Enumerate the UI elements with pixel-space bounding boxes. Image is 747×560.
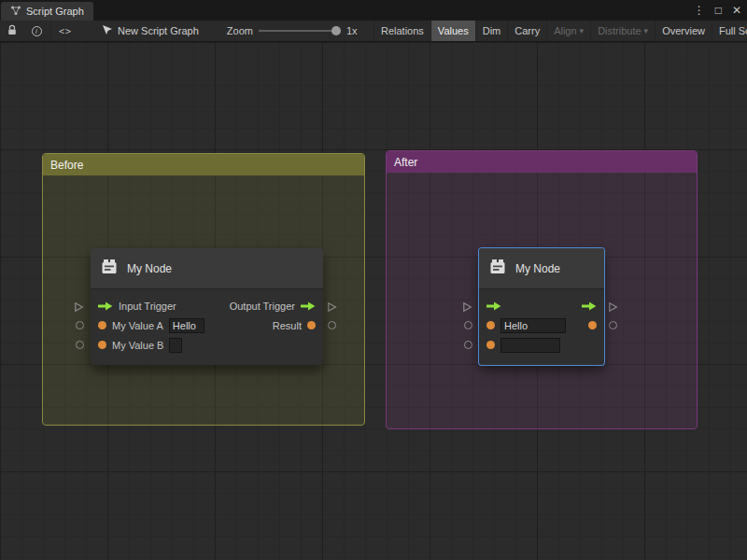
zoom-value: 1x xyxy=(346,25,358,36)
lock-button[interactable] xyxy=(0,21,24,41)
value-output-port-icon[interactable] xyxy=(588,321,597,329)
value-input-port-icon[interactable] xyxy=(98,321,106,329)
dim-button[interactable]: Dim xyxy=(475,21,508,41)
distribute-dropdown[interactable]: Distribute ▾ xyxy=(590,21,655,41)
node-row xyxy=(479,296,604,315)
relations-button[interactable]: Relations xyxy=(374,21,430,41)
align-label: Align xyxy=(554,25,576,36)
node-row: My Value A Result xyxy=(91,315,323,335)
tab-title: Script Graph xyxy=(26,6,84,17)
value-b-outer-port[interactable] xyxy=(464,341,472,349)
overview-button[interactable]: Overview xyxy=(655,21,712,41)
values-button[interactable]: Values xyxy=(430,21,475,41)
zoom-slider[interactable] xyxy=(259,21,341,41)
menu-icon[interactable]: ⋮ xyxy=(694,4,705,17)
value-input-port-icon[interactable] xyxy=(486,341,495,349)
group-after-header[interactable]: After xyxy=(387,151,697,173)
node-row: Input Trigger Output Trigger xyxy=(91,296,323,315)
port-label: My Value B xyxy=(112,340,163,351)
new-script-graph-label: New Script Graph xyxy=(118,25,199,36)
graph-canvas[interactable]: Before After xyxy=(0,42,747,560)
unit-icon xyxy=(488,258,507,280)
trigger-input-port-icon[interactable] xyxy=(486,301,501,311)
port-label: My Value A xyxy=(112,320,163,331)
node-title: My Node xyxy=(127,262,172,275)
value-b-field[interactable] xyxy=(500,338,560,353)
zoom-control: Zoom 1x xyxy=(227,21,358,41)
chevron-down-icon: ▾ xyxy=(644,26,649,35)
trigger-output-port-icon[interactable] xyxy=(582,301,597,311)
group-title: After xyxy=(394,156,417,169)
value-input-port-icon[interactable] xyxy=(98,341,106,349)
script-graph-icon xyxy=(10,5,21,18)
node-title: My Node xyxy=(515,262,560,275)
lock-icon xyxy=(7,24,18,38)
result-outer-port[interactable] xyxy=(328,321,336,329)
zoom-slider-knob[interactable] xyxy=(331,26,341,35)
tab-script-graph[interactable]: Script Graph xyxy=(1,2,93,21)
unit-icon xyxy=(100,258,119,280)
value-a-outer-port[interactable] xyxy=(464,321,472,329)
zoom-slider-track[interactable] xyxy=(259,30,341,32)
graph-toolbar: <> New Script Graph Zoom 1x Relations Va… xyxy=(0,21,747,42)
node-row: My Value B xyxy=(91,335,323,355)
node-header[interactable]: My Node xyxy=(479,248,604,289)
node-header[interactable]: My Node xyxy=(91,248,323,289)
window-controls: ⋮ □ ✕ xyxy=(694,0,741,21)
result-outer-port[interactable] xyxy=(609,321,617,329)
input-trigger-outer-port[interactable] xyxy=(462,300,472,316)
toolbar-toggle-group: Relations Values Dim Carry Align ▾ Distr… xyxy=(374,21,747,41)
cursor-icon xyxy=(102,24,112,37)
distribute-label: Distribute xyxy=(598,25,641,36)
input-trigger-outer-port[interactable] xyxy=(74,300,84,316)
group-before-header[interactable]: Before xyxy=(43,154,364,175)
output-trigger-outer-port[interactable] xyxy=(608,300,618,316)
node-body xyxy=(479,289,604,365)
code-icon: <> xyxy=(59,26,72,36)
value-a-field[interactable] xyxy=(169,318,204,333)
node-body: Input Trigger Output Trigger My Value A … xyxy=(91,289,323,365)
carry-button[interactable]: Carry xyxy=(507,21,546,41)
group-title: Before xyxy=(50,159,83,172)
zoom-label: Zoom xyxy=(227,25,253,36)
value-b-field[interactable] xyxy=(169,338,182,353)
info-icon xyxy=(32,26,42,36)
value-a-field[interactable] xyxy=(500,318,566,333)
trigger-output-port-icon[interactable] xyxy=(301,301,316,311)
output-trigger-outer-port[interactable] xyxy=(327,300,337,316)
toolbar-separator xyxy=(50,21,51,41)
node-my-node-before[interactable]: My Node Input Trigger Output Trigger xyxy=(91,248,323,365)
node-row xyxy=(479,335,604,355)
port-label: Input Trigger xyxy=(119,301,176,312)
chevron-down-icon: ▾ xyxy=(580,26,585,35)
full-screen-button[interactable]: Full Screen xyxy=(712,21,747,41)
node-row xyxy=(479,315,604,335)
tab-bar: Script Graph ⋮ □ ✕ xyxy=(0,0,747,21)
port-label: Output Trigger xyxy=(230,301,295,312)
trigger-input-port-icon[interactable] xyxy=(98,301,113,311)
maximize-icon[interactable]: □ xyxy=(715,4,722,17)
value-input-port-icon[interactable] xyxy=(486,321,495,329)
node-my-node-after[interactable]: My Node xyxy=(479,248,604,365)
edit-code-button[interactable]: <> xyxy=(53,21,78,41)
value-output-port-icon[interactable] xyxy=(307,321,316,329)
close-icon[interactable]: ✕ xyxy=(732,4,741,17)
port-label: Result xyxy=(273,320,302,331)
value-b-outer-port[interactable] xyxy=(76,341,84,349)
inspect-button[interactable] xyxy=(24,21,49,41)
value-a-outer-port[interactable] xyxy=(76,321,84,329)
align-dropdown[interactable]: Align ▾ xyxy=(546,21,590,41)
new-script-graph-button[interactable]: New Script Graph xyxy=(102,24,199,37)
